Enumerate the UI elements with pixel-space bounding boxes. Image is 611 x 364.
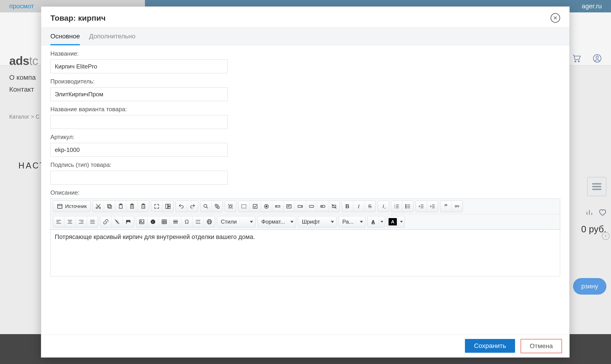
maximize-icon[interactable] bbox=[151, 201, 163, 212]
font-select[interactable]: Шрифт bbox=[298, 216, 337, 228]
font-select-label: Шрифт bbox=[302, 219, 320, 225]
undo-icon[interactable] bbox=[176, 201, 187, 212]
svg-rect-27 bbox=[168, 204, 170, 206]
textfield-icon[interactable] bbox=[272, 201, 284, 212]
italic-icon[interactable]: I bbox=[353, 201, 364, 212]
input-signature[interactable] bbox=[50, 171, 228, 184]
svg-point-47 bbox=[322, 206, 322, 207]
cancel-button[interactable]: Отмена bbox=[521, 339, 562, 353]
modal-title: Товар: кирпич bbox=[50, 13, 106, 23]
modal-tabs: Основное Дополнительно bbox=[41, 27, 569, 46]
input-name[interactable] bbox=[50, 60, 228, 73]
input-sku[interactable] bbox=[50, 143, 228, 157]
editor-source-button[interactable]: Источник bbox=[53, 201, 90, 212]
svg-rect-46 bbox=[320, 206, 325, 208]
close-icon[interactable] bbox=[551, 13, 560, 23]
align-justify-icon[interactable] bbox=[87, 216, 98, 227]
modal-body: Название: Производитель: Название вариан… bbox=[41, 46, 569, 335]
svg-rect-33 bbox=[229, 204, 232, 208]
iframe-icon[interactable] bbox=[204, 216, 215, 227]
tab-main[interactable]: Основное bbox=[50, 27, 80, 45]
form-icon[interactable] bbox=[238, 201, 250, 212]
select-field-icon[interactable] bbox=[295, 201, 306, 212]
label-variant: Название варианта товара: bbox=[50, 106, 560, 113]
show-blocks-icon[interactable] bbox=[163, 201, 174, 212]
editor-source-label: Источник bbox=[65, 203, 87, 209]
svg-text:3: 3 bbox=[394, 207, 395, 209]
editor-toolbar-row-1: Источник W bbox=[51, 199, 560, 214]
page-break-icon[interactable] bbox=[192, 216, 204, 227]
image-icon[interactable] bbox=[136, 216, 148, 227]
format-select-label: Формат... bbox=[261, 219, 285, 225]
link-icon[interactable] bbox=[100, 216, 112, 227]
size-select-label: Ра... bbox=[342, 219, 353, 225]
svg-rect-28 bbox=[168, 207, 170, 209]
align-right-icon[interactable] bbox=[76, 216, 87, 227]
svg-point-59 bbox=[406, 205, 406, 205]
replace-icon[interactable] bbox=[212, 201, 223, 212]
select-all-icon[interactable] bbox=[225, 201, 236, 212]
svg-line-30 bbox=[207, 207, 208, 208]
remove-format-icon[interactable]: I× bbox=[378, 201, 389, 212]
copy-icon[interactable] bbox=[104, 201, 115, 212]
align-center-icon[interactable] bbox=[64, 216, 76, 227]
svg-text:ƒ: ƒ bbox=[152, 220, 154, 223]
anchor-icon[interactable] bbox=[123, 216, 134, 227]
modal-footer: Сохранить Отмена bbox=[41, 335, 569, 357]
svg-rect-36 bbox=[253, 204, 257, 208]
strike-icon[interactable]: S bbox=[364, 201, 375, 212]
flash-icon[interactable]: ƒ bbox=[148, 216, 159, 227]
modal-header: Товар: кирпич bbox=[41, 7, 569, 27]
unlink-icon[interactable] bbox=[112, 216, 123, 227]
editor-toolbar-row-2: ƒ Ω Стили Формат... Шрифт bbox=[51, 214, 560, 230]
svg-rect-31 bbox=[215, 204, 217, 206]
editor-content[interactable]: Потрясающе красивый кирпич для внутренне… bbox=[51, 230, 560, 276]
cut-icon[interactable] bbox=[93, 201, 104, 212]
redo-icon[interactable] bbox=[187, 201, 198, 212]
tab-additional[interactable]: Дополнительно bbox=[89, 27, 136, 45]
numbered-list-icon[interactable]: 123 bbox=[391, 201, 402, 212]
label-name: Название: bbox=[50, 50, 560, 57]
svg-rect-35 bbox=[242, 205, 246, 208]
image-button-icon[interactable] bbox=[317, 201, 328, 212]
paste-text-icon[interactable] bbox=[126, 201, 138, 212]
hidden-field-icon[interactable] bbox=[328, 201, 339, 212]
label-description: Описание: bbox=[50, 189, 560, 196]
svg-rect-15 bbox=[109, 206, 112, 208]
radio-icon[interactable] bbox=[261, 201, 272, 212]
outdent-icon[interactable] bbox=[416, 201, 427, 212]
product-edit-modal: Товар: кирпич Основное Дополнительно Наз… bbox=[41, 6, 570, 358]
svg-rect-86 bbox=[162, 220, 166, 224]
align-left-icon[interactable] bbox=[53, 216, 64, 227]
text-color-icon[interactable]: A bbox=[368, 216, 379, 227]
svg-point-61 bbox=[406, 208, 406, 208]
paste-icon[interactable] bbox=[115, 201, 126, 212]
find-icon[interactable] bbox=[200, 201, 212, 212]
svg-point-60 bbox=[406, 206, 406, 207]
input-manufacturer[interactable] bbox=[50, 87, 228, 101]
indent-icon[interactable] bbox=[427, 201, 438, 212]
blockquote-icon[interactable]: ” bbox=[440, 201, 452, 212]
format-select[interactable]: Формат... bbox=[258, 216, 296, 228]
bg-color-icon[interactable]: A bbox=[387, 216, 398, 227]
bold-icon[interactable]: B bbox=[342, 201, 353, 212]
table-icon[interactable] bbox=[159, 216, 170, 227]
text-color-dropdown-icon[interactable] bbox=[379, 216, 385, 227]
checkbox-icon[interactable] bbox=[250, 201, 261, 212]
rich-editor: Источник W bbox=[50, 198, 560, 276]
styles-select-label: Стили bbox=[221, 219, 237, 225]
bg-color-dropdown-icon[interactable] bbox=[398, 216, 404, 227]
svg-rect-39 bbox=[275, 206, 280, 207]
save-button[interactable]: Сохранить bbox=[465, 339, 515, 353]
button-field-icon[interactable] bbox=[306, 201, 317, 212]
div-icon[interactable]: DIV bbox=[452, 201, 463, 212]
bulleted-list-icon[interactable] bbox=[402, 201, 413, 212]
size-select[interactable]: Ра... bbox=[339, 216, 366, 228]
styles-select[interactable]: Стили bbox=[217, 216, 256, 228]
special-char-icon[interactable]: Ω bbox=[181, 216, 192, 227]
input-variant[interactable] bbox=[50, 115, 228, 129]
hr-icon[interactable] bbox=[170, 216, 181, 227]
label-sku: Артикул: bbox=[50, 133, 560, 141]
textarea-icon[interactable] bbox=[284, 201, 295, 212]
paste-word-icon[interactable]: W bbox=[138, 201, 149, 212]
